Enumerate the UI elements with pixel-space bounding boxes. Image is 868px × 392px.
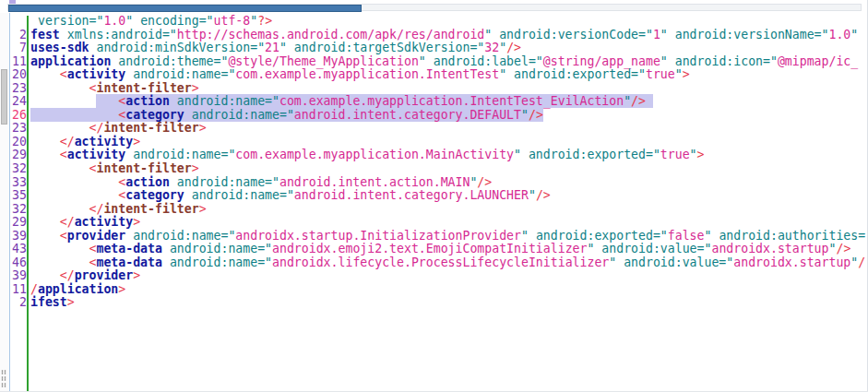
grip-dot-icon <box>1 370 6 374</box>
code-token: meta-data <box>96 242 161 255</box>
code-line[interactable]: version="1.0" encoding="utf-8"?> <box>10 15 867 29</box>
line-number[interactable]: 32 <box>10 203 27 217</box>
code-token: " android:value=" <box>609 255 733 269</box>
code-line[interactable]: 23 </intent-filter> <box>10 122 867 136</box>
code-line[interactable]: 43 <meta-data android:name="androidx.emo… <box>10 243 867 256</box>
code-token: intent-filter <box>96 81 191 95</box>
code-token: > <box>192 161 199 175</box>
xml-editor-window: { "colors": { "delim": "#e6394c", "tag":… <box>0 0 868 392</box>
line-number[interactable]: 46 <box>10 256 27 270</box>
line-number[interactable]: 29 <box>10 216 27 230</box>
code-token: " android:versionName=" <box>660 28 829 42</box>
line-number[interactable]: 39 <box>10 269 27 283</box>
selection-highlight: <category android:name="android.intent.c… <box>30 108 543 122</box>
code-text: </activity> <box>27 136 140 149</box>
code-token: true <box>660 148 690 161</box>
code-token: ?> <box>257 14 272 28</box>
code-token: 1.0 <box>103 14 125 28</box>
code-token: " <box>521 108 529 122</box>
code-token: " encoding=" <box>125 14 213 28</box>
vertical-scrollbar-thumb[interactable] <box>1 69 7 125</box>
code-text: application android:theme="@style/Theme_… <box>27 55 858 69</box>
code-line[interactable]: 11application android:theme="@style/Them… <box>10 55 867 69</box>
code-line[interactable]: 35 <category android:name="android.inten… <box>10 189 867 203</box>
code-token: > <box>683 67 690 81</box>
code-line[interactable]: 39 </provider> <box>10 269 867 283</box>
code-line[interactable]: 26 <category android:name="android.inten… <box>10 109 867 123</box>
code-token: provider <box>75 268 134 282</box>
code-token: fest <box>30 28 60 42</box>
code-line[interactable]: 29 <activity android:name="com.example.m… <box>10 148 867 162</box>
code-line[interactable]: 29 </activity> <box>10 216 867 230</box>
code-line[interactable]: 7uses-sdk android:minSdkVersion="21" and… <box>10 42 867 55</box>
code-token: ifest <box>30 295 67 309</box>
code-token: /> <box>477 175 492 189</box>
line-number[interactable]: 23 <box>10 122 27 136</box>
line-number[interactable]: 26 <box>10 109 27 123</box>
code-text: <meta-data android:name="androidx.emoji2… <box>27 243 850 256</box>
code-token: </ <box>89 202 104 216</box>
code-token: " <box>690 148 697 161</box>
code-line[interactable]: 2fest xmlns:android="http://schemas.andr… <box>10 29 867 42</box>
line-number[interactable]: 43 <box>10 243 27 256</box>
code-token: " android:exported=" <box>514 148 660 161</box>
code-line[interactable]: 23 <intent-filter> <box>10 82 867 96</box>
code-line[interactable]: 2ifest> <box>10 296 867 310</box>
code-line[interactable]: 20 </activity> <box>10 136 867 149</box>
code-token: action <box>125 175 170 189</box>
code-line[interactable]: 39 <provider android:name="androidx.star… <box>10 230 867 244</box>
code-token: application <box>38 282 118 296</box>
code-text: <provider android:name="androidx.startup… <box>27 230 865 244</box>
code-token: > <box>199 121 207 135</box>
code-token: " android:label=" <box>419 54 543 68</box>
line-number[interactable] <box>10 15 27 29</box>
line-number[interactable]: 7 <box>10 42 27 55</box>
code-line[interactable]: 32 <intent-filter> <box>10 162 867 176</box>
horizontal-scrollbar-thumb[interactable] <box>8 5 362 12</box>
line-number[interactable]: 39 <box>10 230 27 244</box>
line-number[interactable]: 2 <box>10 296 27 310</box>
line-number[interactable]: 32 <box>10 162 27 176</box>
grip-dot-icon <box>1 383 6 387</box>
code-token: android:name=" <box>184 188 294 202</box>
code-token: android.intent.category.DEFAULT <box>294 108 521 122</box>
code-line[interactable]: 24 <action android:name="com.example.mya… <box>10 95 867 109</box>
line-number[interactable]: 20 <box>10 136 27 149</box>
line-number[interactable]: 33 <box>10 176 27 190</box>
line-number[interactable]: 2 <box>10 29 27 42</box>
vertical-scrollbar[interactable] <box>0 13 10 392</box>
code-token: > <box>118 282 125 296</box>
code-line[interactable]: 32 </intent-filter> <box>10 203 867 217</box>
line-number[interactable]: 11 <box>10 283 27 297</box>
line-number[interactable]: 20 <box>10 68 27 82</box>
code-line[interactable]: 46 <meta-data android:name="androidx.lif… <box>10 256 867 270</box>
horizontal-scrollbar[interactable] <box>7 4 862 11</box>
code-token: android:name=" <box>162 255 272 269</box>
code-editor-area[interactable]: version="1.0" encoding="utf-8"?>2fest xm… <box>10 13 867 392</box>
code-token: androidx.startup.InitializationProvider <box>235 229 521 243</box>
code-token: android:name=" <box>170 94 279 108</box>
line-number[interactable]: 35 <box>10 189 27 203</box>
code-token: category <box>125 188 184 202</box>
code-text: <category android:name="android.intent.c… <box>27 109 543 123</box>
code-line[interactable]: 11/application> <box>10 283 867 297</box>
line-number[interactable]: 24 <box>10 95 27 109</box>
code-token: 21 <box>265 41 279 54</box>
code-line[interactable]: 20 <activity android:name="com.example.m… <box>10 68 867 82</box>
code-token: " android:icon=" <box>660 54 778 68</box>
code-token: activity <box>75 135 134 148</box>
code-token: /> <box>836 242 850 255</box>
code-token: provider <box>67 229 126 243</box>
code-token: > <box>133 268 140 282</box>
code-line[interactable]: 33 <action android:name="android.intent.… <box>10 176 867 190</box>
line-number[interactable]: 11 <box>10 55 27 69</box>
code-token: " <box>624 94 631 108</box>
line-number[interactable]: 23 <box>10 82 27 96</box>
line-number[interactable]: 29 <box>10 148 27 162</box>
code-token: 32 <box>484 41 499 54</box>
selection-highlight: <action android:name="com.example.myappl… <box>96 94 652 108</box>
resize-grip-dots[interactable] <box>1 368 7 389</box>
code-token: @style/Theme_MyApplication <box>228 54 418 68</box>
code-token: " android:exported=" <box>521 229 668 243</box>
code-text: /application> <box>27 283 125 297</box>
